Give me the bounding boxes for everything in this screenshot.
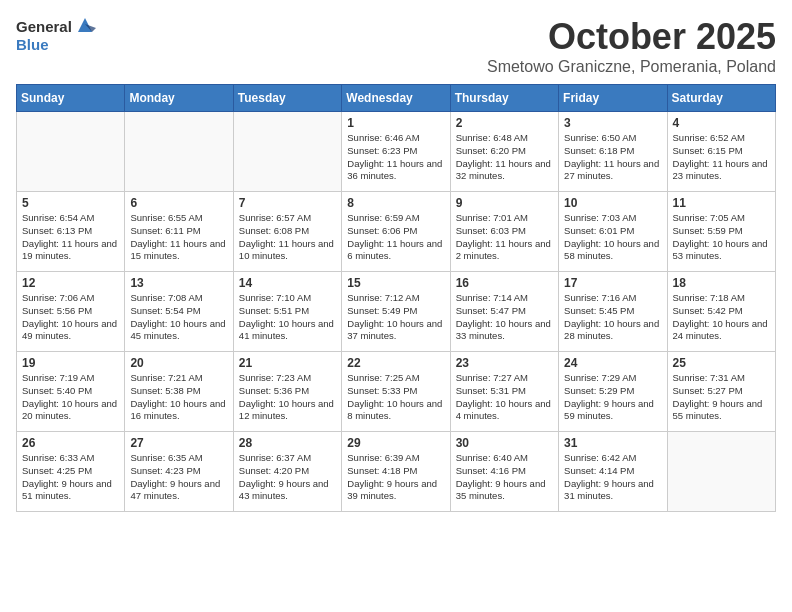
day-cell-2-1: 13Sunrise: 7:08 AM Sunset: 5:54 PM Dayli… — [125, 272, 233, 352]
day-cell-3-3: 22Sunrise: 7:25 AM Sunset: 5:33 PM Dayli… — [342, 352, 450, 432]
day-info: Sunrise: 7:19 AM Sunset: 5:40 PM Dayligh… — [22, 372, 119, 423]
day-info: Sunrise: 7:08 AM Sunset: 5:54 PM Dayligh… — [130, 292, 227, 343]
day-number: 12 — [22, 276, 119, 290]
day-cell-1-6: 11Sunrise: 7:05 AM Sunset: 5:59 PM Dayli… — [667, 192, 775, 272]
day-cell-4-6 — [667, 432, 775, 512]
day-info: Sunrise: 7:23 AM Sunset: 5:36 PM Dayligh… — [239, 372, 336, 423]
day-info: Sunrise: 7:16 AM Sunset: 5:45 PM Dayligh… — [564, 292, 661, 343]
day-number: 20 — [130, 356, 227, 370]
page-container: General Blue October 2025 Smetowo Granic… — [16, 16, 776, 512]
day-number: 5 — [22, 196, 119, 210]
day-cell-2-6: 18Sunrise: 7:18 AM Sunset: 5:42 PM Dayli… — [667, 272, 775, 352]
header-monday: Monday — [125, 85, 233, 112]
header-friday: Friday — [559, 85, 667, 112]
day-cell-1-3: 8Sunrise: 6:59 AM Sunset: 6:06 PM Daylig… — [342, 192, 450, 272]
day-number: 19 — [22, 356, 119, 370]
day-cell-4-0: 26Sunrise: 6:33 AM Sunset: 4:25 PM Dayli… — [17, 432, 125, 512]
day-number: 2 — [456, 116, 553, 130]
day-cell-3-6: 25Sunrise: 7:31 AM Sunset: 5:27 PM Dayli… — [667, 352, 775, 432]
day-number: 25 — [673, 356, 770, 370]
calendar-table: Sunday Monday Tuesday Wednesday Thursday… — [16, 84, 776, 512]
day-cell-2-4: 16Sunrise: 7:14 AM Sunset: 5:47 PM Dayli… — [450, 272, 558, 352]
day-info: Sunrise: 7:06 AM Sunset: 5:56 PM Dayligh… — [22, 292, 119, 343]
day-number: 18 — [673, 276, 770, 290]
day-cell-3-2: 21Sunrise: 7:23 AM Sunset: 5:36 PM Dayli… — [233, 352, 341, 432]
day-cell-1-5: 10Sunrise: 7:03 AM Sunset: 6:01 PM Dayli… — [559, 192, 667, 272]
day-number: 30 — [456, 436, 553, 450]
header-tuesday: Tuesday — [233, 85, 341, 112]
day-number: 26 — [22, 436, 119, 450]
day-info: Sunrise: 6:59 AM Sunset: 6:06 PM Dayligh… — [347, 212, 444, 263]
day-info: Sunrise: 7:25 AM Sunset: 5:33 PM Dayligh… — [347, 372, 444, 423]
day-cell-1-2: 7Sunrise: 6:57 AM Sunset: 6:08 PM Daylig… — [233, 192, 341, 272]
day-info: Sunrise: 7:10 AM Sunset: 5:51 PM Dayligh… — [239, 292, 336, 343]
day-cell-0-6: 4Sunrise: 6:52 AM Sunset: 6:15 PM Daylig… — [667, 112, 775, 192]
day-cell-4-5: 31Sunrise: 6:42 AM Sunset: 4:14 PM Dayli… — [559, 432, 667, 512]
title-section: October 2025 Smetowo Graniczne, Pomerani… — [487, 16, 776, 76]
day-info: Sunrise: 7:21 AM Sunset: 5:38 PM Dayligh… — [130, 372, 227, 423]
day-cell-1-4: 9Sunrise: 7:01 AM Sunset: 6:03 PM Daylig… — [450, 192, 558, 272]
location-subtitle: Smetowo Graniczne, Pomerania, Poland — [487, 58, 776, 76]
week-row-3: 19Sunrise: 7:19 AM Sunset: 5:40 PM Dayli… — [17, 352, 776, 432]
day-info: Sunrise: 6:52 AM Sunset: 6:15 PM Dayligh… — [673, 132, 770, 183]
day-cell-3-0: 19Sunrise: 7:19 AM Sunset: 5:40 PM Dayli… — [17, 352, 125, 432]
day-number: 1 — [347, 116, 444, 130]
day-cell-3-1: 20Sunrise: 7:21 AM Sunset: 5:38 PM Dayli… — [125, 352, 233, 432]
day-cell-0-4: 2Sunrise: 6:48 AM Sunset: 6:20 PM Daylig… — [450, 112, 558, 192]
logo-blue: Blue — [16, 36, 96, 54]
day-cell-4-4: 30Sunrise: 6:40 AM Sunset: 4:16 PM Dayli… — [450, 432, 558, 512]
day-info: Sunrise: 7:05 AM Sunset: 5:59 PM Dayligh… — [673, 212, 770, 263]
day-cell-1-1: 6Sunrise: 6:55 AM Sunset: 6:11 PM Daylig… — [125, 192, 233, 272]
day-number: 16 — [456, 276, 553, 290]
day-info: Sunrise: 6:46 AM Sunset: 6:23 PM Dayligh… — [347, 132, 444, 183]
day-number: 6 — [130, 196, 227, 210]
day-number: 10 — [564, 196, 661, 210]
day-info: Sunrise: 7:03 AM Sunset: 6:01 PM Dayligh… — [564, 212, 661, 263]
day-info: Sunrise: 6:54 AM Sunset: 6:13 PM Dayligh… — [22, 212, 119, 263]
day-number: 27 — [130, 436, 227, 450]
day-number: 13 — [130, 276, 227, 290]
day-number: 11 — [673, 196, 770, 210]
general-text: General — [16, 18, 72, 35]
day-info: Sunrise: 6:33 AM Sunset: 4:25 PM Dayligh… — [22, 452, 119, 503]
day-cell-0-2 — [233, 112, 341, 192]
logo-general: General — [16, 16, 96, 36]
day-number: 4 — [673, 116, 770, 130]
logo-text: General Blue — [16, 16, 96, 54]
day-number: 29 — [347, 436, 444, 450]
day-cell-2-5: 17Sunrise: 7:16 AM Sunset: 5:45 PM Dayli… — [559, 272, 667, 352]
day-info: Sunrise: 6:37 AM Sunset: 4:20 PM Dayligh… — [239, 452, 336, 503]
day-cell-3-4: 23Sunrise: 7:27 AM Sunset: 5:31 PM Dayli… — [450, 352, 558, 432]
day-cell-2-3: 15Sunrise: 7:12 AM Sunset: 5:49 PM Dayli… — [342, 272, 450, 352]
day-number: 7 — [239, 196, 336, 210]
month-title: October 2025 — [487, 16, 776, 58]
day-info: Sunrise: 7:14 AM Sunset: 5:47 PM Dayligh… — [456, 292, 553, 343]
day-number: 17 — [564, 276, 661, 290]
svg-marker-0 — [78, 18, 92, 32]
header-thursday: Thursday — [450, 85, 558, 112]
day-info: Sunrise: 6:39 AM Sunset: 4:18 PM Dayligh… — [347, 452, 444, 503]
day-info: Sunrise: 7:29 AM Sunset: 5:29 PM Dayligh… — [564, 372, 661, 423]
day-cell-0-5: 3Sunrise: 6:50 AM Sunset: 6:18 PM Daylig… — [559, 112, 667, 192]
day-number: 9 — [456, 196, 553, 210]
day-cell-4-1: 27Sunrise: 6:35 AM Sunset: 4:23 PM Dayli… — [125, 432, 233, 512]
day-cell-2-0: 12Sunrise: 7:06 AM Sunset: 5:56 PM Dayli… — [17, 272, 125, 352]
logo-wrapper: General Blue — [16, 16, 96, 54]
day-info: Sunrise: 7:18 AM Sunset: 5:42 PM Dayligh… — [673, 292, 770, 343]
header: General Blue October 2025 Smetowo Granic… — [16, 16, 776, 76]
day-cell-2-2: 14Sunrise: 7:10 AM Sunset: 5:51 PM Dayli… — [233, 272, 341, 352]
logo-row: General Blue — [16, 16, 96, 54]
day-cell-0-1 — [125, 112, 233, 192]
day-number: 24 — [564, 356, 661, 370]
day-number: 3 — [564, 116, 661, 130]
week-row-1: 5Sunrise: 6:54 AM Sunset: 6:13 PM Daylig… — [17, 192, 776, 272]
logo-icon — [74, 14, 96, 36]
day-info: Sunrise: 6:57 AM Sunset: 6:08 PM Dayligh… — [239, 212, 336, 263]
day-cell-0-3: 1Sunrise: 6:46 AM Sunset: 6:23 PM Daylig… — [342, 112, 450, 192]
header-wednesday: Wednesday — [342, 85, 450, 112]
header-saturday: Saturday — [667, 85, 775, 112]
day-number: 21 — [239, 356, 336, 370]
week-row-0: 1Sunrise: 6:46 AM Sunset: 6:23 PM Daylig… — [17, 112, 776, 192]
day-number: 8 — [347, 196, 444, 210]
day-info: Sunrise: 7:31 AM Sunset: 5:27 PM Dayligh… — [673, 372, 770, 423]
